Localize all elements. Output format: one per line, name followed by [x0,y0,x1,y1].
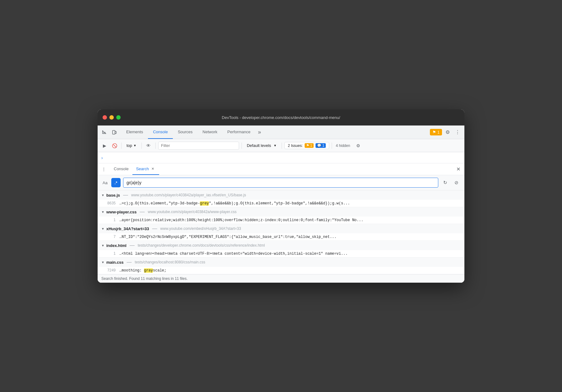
search-text-input[interactable] [123,178,438,188]
panel-tabs: Console Search ✕ [110,163,454,175]
divider3 [155,143,156,149]
result-group-index-html: ▼ index.html — tests/changes/developer.c… [98,241,464,258]
panel-menu-button[interactable]: ⋮ [100,166,108,173]
result-line[interactable]: 8635 …=c);g.O(this.element,"ytp-3d-badge… [98,200,464,207]
levels-dropdown[interactable]: Default levels ▼ [244,142,279,149]
result-file-header[interactable]: ▼ www-player.css — www.youtube.com/s/pla… [98,207,464,217]
tab-console[interactable]: Console [148,125,173,139]
line-content: …NT_ID":"2OeQYs2rNcSnW8yxpLgD","EXPERIME… [119,235,337,239]
issues-button[interactable]: ⚑ 1 [430,129,442,135]
line-number: 8635 [106,201,116,205]
tab-elements[interactable]: Elements [121,125,148,139]
line-content: …=c);g.O(this.element,"ytp-3d-badge-grey… [119,201,350,206]
svg-rect-0 [113,130,115,134]
file-name: main.css [106,260,124,265]
collapse-icon: ▼ [101,194,104,197]
tabbar-right-actions: ⚑ 1 ⚙ ⋮ [430,128,462,137]
inspect-icon[interactable] [100,128,109,137]
minimize-traffic-light[interactable] [109,115,114,120]
context-selector[interactable]: top ▼ [124,142,139,149]
divider5 [282,143,282,149]
main-tabs: Elements Console Sources Network Perform… [121,125,430,139]
warning-icon: ⚑ [432,130,436,134]
result-file-header[interactable]: ▼ index.html — tests/changes/developer.c… [98,241,464,250]
close-panel-button[interactable]: ✕ [454,166,462,173]
run-icon[interactable]: ▶ [100,141,109,150]
file-separator: — [130,243,135,248]
svg-rect-1 [115,131,116,134]
device-toolbar-icon[interactable] [110,128,119,137]
result-group-base-js: ▼ base.js — www.youtube.com/s/player/c40… [98,190,464,207]
file-separator: — [152,226,157,231]
line-content: …<html lang=en><head><meta charset=UTF-8… [119,252,348,256]
block-icon[interactable]: 🚫 [110,141,119,150]
tab-bar: Elements Console Sources Network Perform… [98,125,464,139]
search-input-area: Aa .* ↻ ⊘ [98,175,464,190]
line-content: …moothing: grayscale; [119,268,166,273]
window-title: DevTools - developer.chrome.com/docs/dev… [222,115,340,120]
tab-console-panel[interactable]: Console [110,163,132,175]
line-number: 1 [106,218,116,222]
collapse-icon: ▼ [101,227,104,230]
prompt-chevron[interactable]: › [101,155,103,160]
devtools-window: DevTools - developer.chrome.com/docs/dev… [98,109,464,283]
regex-button[interactable]: .* [111,178,121,187]
result-group-embed: ▼ xHusjrb_34A?start=33 — www.youtube.com… [98,224,464,241]
file-url: www.youtube.com/s/player/c403842a/player… [131,193,246,197]
tab-sources[interactable]: Sources [173,125,198,139]
collapse-icon: ▼ [101,210,104,214]
info-badge: 💬 1 [316,143,326,148]
case-sensitive-button[interactable]: Aa [101,180,109,186]
result-file-header[interactable]: ▼ xHusjrb_34A?start=33 — www.youtube.com… [98,224,464,233]
line-content: …ayer{position:relative;width:100%;heigh… [119,218,363,222]
levels-arrow-icon: ▼ [274,144,277,147]
dropdown-arrow-icon: ▼ [133,144,136,147]
collapse-icon: ▼ [101,261,104,264]
result-group-www-player-css: ▼ www-player.css — www.youtube.com/s/pla… [98,207,464,224]
result-line[interactable]: 1 …ayer{position:relative;width:100%;hei… [98,217,464,224]
file-name: xHusjrb_34A?start=33 [106,226,149,231]
more-options-button[interactable]: ⋮ [453,128,462,137]
divider6 [332,143,332,149]
file-name: index.html [106,243,127,248]
search-panel: ⋮ Console Search ✕ ✕ Aa .* ↻ [98,163,464,283]
result-file-header[interactable]: ▼ main.css — tests/changes/localhost:808… [98,258,464,267]
warn-badge: ⚑ 1 [305,143,314,148]
eye-icon[interactable]: 👁 [144,141,153,150]
close-traffic-light[interactable] [103,115,107,120]
file-url: tests/changes/developer.chrome.com/docs/… [138,243,265,248]
tab-search-panel[interactable]: Search ✕ [132,163,159,175]
settings-button[interactable]: ⚙ [443,128,452,137]
issues-counter[interactable]: 2 Issues: ⚑ 1 💬 1 [284,142,329,149]
panel-header: ⋮ Console Search ✕ ✕ [98,163,464,175]
status-text: Search finished. Found 11 matching lines… [101,276,188,281]
refresh-search-button[interactable]: ↻ [441,178,449,187]
collapse-icon: ▼ [101,244,104,247]
file-separator: — [127,259,132,265]
result-line[interactable]: 1 …<html lang=en><head><meta charset=UTF… [98,250,464,257]
result-group-main-css: ▼ main.css — tests/changes/localhost:808… [98,258,464,274]
cancel-search-button[interactable]: ⊘ [452,178,461,187]
result-file-header[interactable]: ▼ base.js — www.youtube.com/s/player/c40… [98,190,464,200]
file-url: www.youtube.com/embed/xHusjrb_34A?start=… [160,226,241,231]
more-tabs-button[interactable]: » [256,125,264,139]
file-url: tests/changes/localhost:8080/css/main.cs… [135,260,205,264]
line-number: 7 [106,235,116,239]
console-settings-icon[interactable]: ⚙ [354,141,362,150]
result-line[interactable]: 7249 …moothing: grayscale; [98,267,464,274]
tab-performance[interactable]: Performance [222,125,255,139]
file-url: www.youtube.com/s/player/c403842a/www-pl… [148,210,236,214]
filter-input[interactable] [158,142,239,150]
status-bar: Search finished. Found 11 matching lines… [98,274,464,283]
file-name: base.js [106,193,120,198]
file-name: www-player.css [106,210,137,214]
file-separator: — [140,209,145,215]
line-number: 1 [106,251,116,256]
fullscreen-traffic-light[interactable] [116,115,121,120]
file-separator: — [123,192,128,198]
tab-network[interactable]: Network [198,125,223,139]
line-number: 7249 [106,268,116,272]
close-search-tab[interactable]: ✕ [150,166,155,171]
result-line[interactable]: 7 …NT_ID":"2OeQYs2rNcSnW8yxpLgD","EXPERI… [98,233,464,240]
console-toolbar: ▶ 🚫 top ▼ 👁 Default levels ▼ 2 Issues: ⚑… [98,139,464,152]
